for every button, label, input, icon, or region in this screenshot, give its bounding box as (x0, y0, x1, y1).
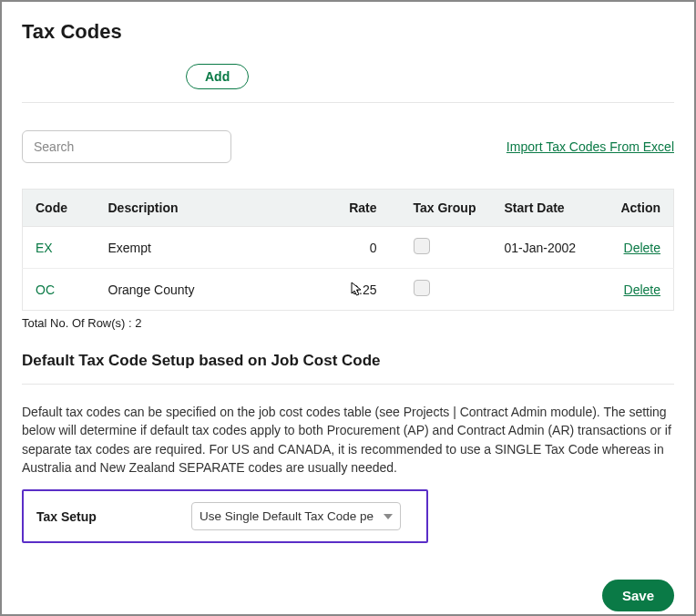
add-button-row: Add (22, 64, 674, 89)
col-rate: Rate (319, 190, 401, 227)
tax-setup-highlight-box: Tax Setup Use Single Default Tax Code pe (22, 489, 428, 543)
tax-codes-panel: Tax Codes Add Import Tax Codes From Exce… (0, 0, 696, 616)
page-title: Tax Codes (22, 20, 674, 44)
total-rows-label: Total No. Of Row(s) : 2 (22, 316, 674, 330)
delete-link[interactable]: Delete (624, 282, 660, 297)
col-code: Code (23, 190, 96, 227)
rate-value: 9.25 (352, 282, 376, 297)
rate-cell: 0 (319, 227, 401, 269)
divider (22, 384, 674, 385)
tax-setup-selected-value: Use Single Default Tax Code pe (200, 509, 374, 523)
default-tax-code-section-title: Default Tax Code Setup based on Job Cost… (22, 352, 674, 370)
col-description: Description (96, 190, 319, 227)
tax-group-checkbox[interactable] (414, 280, 430, 296)
save-button-row: Save (22, 580, 674, 611)
tax-group-checkbox[interactable] (414, 238, 430, 254)
divider (22, 102, 674, 103)
start-date-cell: 01-Jan-2002 (492, 227, 601, 269)
start-date-cell (492, 269, 601, 311)
table-row: EX Exempt 0 01-Jan-2002 Delete (23, 227, 674, 269)
tax-group-cell (401, 269, 492, 311)
chevron-down-icon (384, 514, 393, 519)
default-tax-code-description: Default tax codes can be specified on th… (22, 403, 674, 477)
tax-group-cell (401, 227, 492, 269)
description-cell: Exempt (96, 227, 319, 269)
table-row: OC Orange County 9.25 Delete (23, 269, 674, 311)
code-link[interactable]: OC (36, 282, 55, 297)
tax-codes-table: Code Description Rate Tax Group Start Da… (22, 189, 674, 311)
code-link[interactable]: EX (36, 241, 53, 255)
import-tax-codes-link[interactable]: Import Tax Codes From Excel (507, 139, 674, 154)
col-start-date: Start Date (492, 190, 601, 227)
col-tax-group: Tax Group (401, 190, 492, 227)
delete-link[interactable]: Delete (624, 241, 660, 255)
tax-setup-select[interactable]: Use Single Default Tax Code pe (191, 502, 401, 530)
description-cell: Orange County (96, 269, 319, 311)
save-button[interactable]: Save (602, 580, 674, 611)
table-header-row: Code Description Rate Tax Group Start Da… (23, 190, 674, 227)
rate-cell: 9.25 (319, 269, 401, 311)
add-button[interactable]: Add (186, 64, 249, 89)
tax-setup-label: Tax Setup (36, 509, 191, 524)
col-action: Action (601, 190, 674, 227)
search-input[interactable] (22, 130, 231, 163)
search-import-row: Import Tax Codes From Excel (22, 130, 674, 163)
